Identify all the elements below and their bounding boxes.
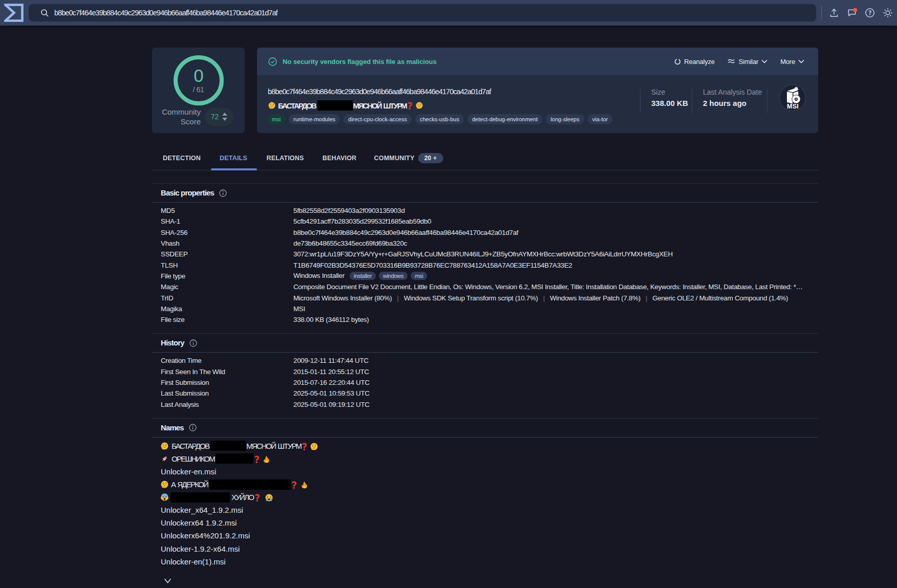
svg-text:MSI: MSI: [787, 103, 799, 110]
